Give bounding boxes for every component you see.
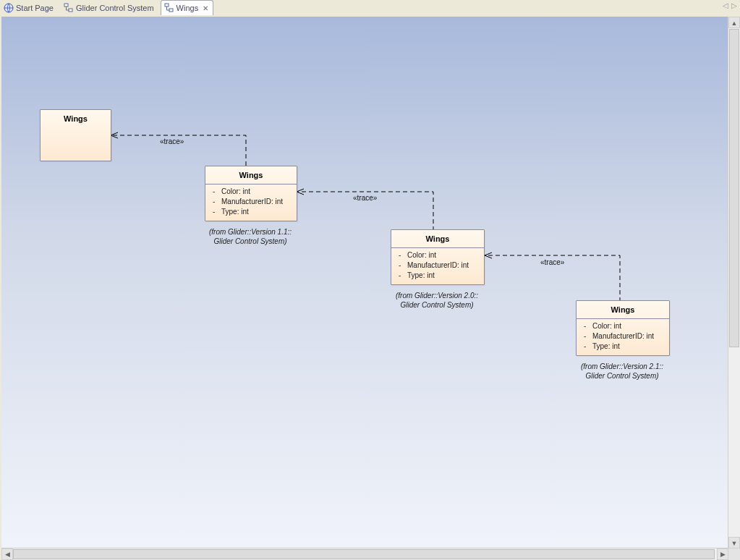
caption-line: (from Glider::Version 1.1:: [209, 228, 292, 236]
caption-line: Glider Control System) [400, 301, 473, 309]
scroll-right-icon[interactable]: ▶ [717, 548, 728, 560]
scroll-down-icon[interactable]: ▼ [728, 537, 740, 548]
class-attributes: Color: int ManufacturerID: int Type: int [205, 184, 297, 221]
vertical-scrollbar[interactable]: ▲ ▼ [728, 17, 740, 548]
trace-label: «trace» [540, 258, 564, 266]
caption-line: (from Glider::Version 2.0:: [396, 292, 478, 300]
attribute: ManufacturerID: int [584, 331, 665, 341]
attribute: ManufacturerID: int [399, 260, 480, 271]
tab-bar: Start Page Glider Control System Wings ✕… [0, 0, 740, 16]
svg-rect-1 [64, 4, 68, 7]
scroll-thumb[interactable] [729, 29, 739, 347]
diagram-icon [64, 3, 74, 13]
attribute: Type: int [584, 341, 665, 352]
trace-label: «trace» [160, 137, 184, 145]
class-wings-v2-0[interactable]: Wings Color: int ManufacturerID: int Typ… [391, 229, 485, 285]
tab-label: Start Page [16, 4, 54, 12]
attribute: Color: int [399, 250, 480, 260]
horizontal-scrollbar[interactable]: ◀ ▶ [1, 548, 728, 560]
tab-nav: ◁ ▷ [723, 1, 737, 9]
class-attributes: Color: int ManufacturerID: int Type: int [391, 248, 484, 284]
scroll-up-icon[interactable]: ▲ [728, 17, 740, 28]
scroll-left-icon[interactable]: ◀ [1, 548, 13, 560]
class-wings-v2-1[interactable]: Wings Color: int ManufacturerID: int Typ… [576, 300, 670, 356]
tab-label: Wings [177, 4, 199, 12]
class-attributes: Color: int ManufacturerID: int Type: int [577, 319, 669, 355]
edges-layer [1, 17, 728, 548]
trace-label: «trace» [353, 194, 377, 202]
close-icon[interactable]: ✕ [203, 4, 208, 12]
diagram-canvas[interactable]: «trace» «trace» «trace» Wings Wings Colo… [1, 17, 728, 548]
class-wings[interactable]: Wings [40, 109, 111, 161]
attribute: Type: int [399, 271, 480, 281]
tab-prev-icon[interactable]: ◁ [723, 1, 728, 9]
class-caption: (from Glider::Version 1.1:: Glider Contr… [199, 227, 302, 246]
tab-next-icon[interactable]: ▷ [731, 1, 737, 9]
class-caption: (from Glider::Version 2.0:: Glider Contr… [386, 291, 488, 310]
svg-rect-4 [169, 9, 173, 12]
globe-icon [4, 3, 14, 13]
diagram-icon [164, 3, 174, 13]
tab-label: Glider Control System [76, 4, 154, 12]
class-title: Wings [391, 230, 484, 248]
class-title: Wings [41, 110, 111, 127]
attribute: Type: int [213, 207, 292, 217]
attribute: Color: int [584, 321, 665, 331]
class-wings-v1-1[interactable]: Wings Color: int ManufacturerID: int Typ… [205, 166, 297, 221]
svg-rect-3 [165, 4, 169, 7]
class-caption: (from Glider::Version 2.1:: Glider Contr… [571, 362, 673, 381]
svg-rect-2 [69, 9, 72, 12]
class-title: Wings [205, 166, 297, 184]
caption-line: Glider Control System) [585, 372, 658, 380]
scroll-corner [728, 548, 740, 560]
caption-line: Glider Control System) [213, 237, 286, 245]
caption-line: (from Glider::Version 2.1:: [581, 362, 663, 370]
tab-start-page[interactable]: Start Page [0, 0, 59, 16]
class-title: Wings [577, 301, 669, 319]
scroll-thumb[interactable] [13, 549, 715, 559]
attribute: Color: int [213, 187, 292, 197]
attribute: ManufacturerID: int [213, 197, 292, 207]
editor-area: «trace» «trace» «trace» Wings Wings Colo… [0, 15, 740, 560]
tab-wings[interactable]: Wings ✕ [161, 0, 214, 17]
tab-glider-control-system[interactable]: Glider Control System [60, 0, 159, 16]
